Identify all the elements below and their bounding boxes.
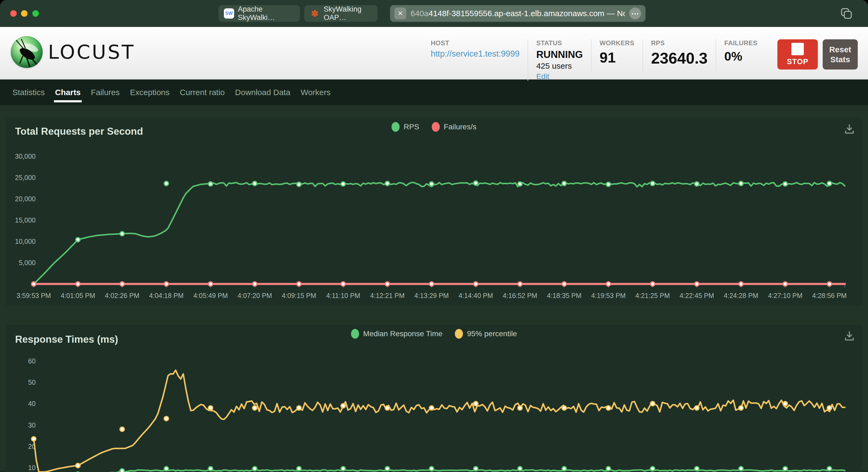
- legend-dot-red-icon: [432, 122, 440, 132]
- legend-label: RPS: [404, 123, 420, 131]
- skywalking-oap-logo-icon: ✽: [310, 8, 320, 19]
- svg-text:3:59:53 PM: 3:59:53 PM: [17, 292, 51, 299]
- stat-workers: WORKERS 91: [591, 39, 643, 72]
- chart-legend: Median Response Time 95% percentile: [351, 329, 517, 339]
- browser-titlebar: SW Apache SkyWalki… ✽ SkyWalking OAP… ✕ …: [0, 0, 868, 27]
- svg-text:4:13:29 PM: 4:13:29 PM: [414, 292, 449, 299]
- failures-value: 0%: [724, 49, 757, 64]
- reset-stats-label-line1: Reset: [823, 44, 858, 55]
- svg-text:4:04:18 PM: 4:04:18 PM: [149, 292, 184, 299]
- stat-failures: FAILURES 0%: [716, 39, 766, 72]
- stop-button[interactable]: STOP: [777, 39, 818, 69]
- tab-statistics[interactable]: Statistics: [12, 79, 45, 105]
- zoom-window-button[interactable]: [32, 10, 39, 17]
- tab-charts[interactable]: Charts: [55, 79, 81, 105]
- tab-overview-icon[interactable]: [840, 7, 853, 20]
- svg-text:4:09:15 PM: 4:09:15 PM: [282, 292, 316, 299]
- svg-text:4:18:35 PM: 4:18:35 PM: [547, 292, 582, 299]
- legend-dot-green-icon: [392, 122, 400, 132]
- download-chart-icon[interactable]: [843, 123, 856, 135]
- header-stats: HOST http://service1.test:9999 STATUS RU…: [423, 27, 858, 81]
- browser-tab-skywalking-oap[interactable]: ✽ SkyWalking OAP…: [304, 5, 378, 22]
- svg-text:4:27:10 PM: 4:27:10 PM: [768, 292, 802, 299]
- close-window-button[interactable]: [10, 10, 17, 17]
- tab-exceptions[interactable]: Exceptions: [130, 79, 170, 105]
- svg-text:5,000: 5,000: [19, 259, 36, 266]
- svg-text:4:02:26 PM: 4:02:26 PM: [105, 292, 140, 299]
- stat-rps-label: RPS: [651, 39, 708, 47]
- legend-dot-yellow-icon: [455, 329, 463, 339]
- tab-label: SkyWalking OAP…: [324, 5, 372, 22]
- rps-value: 23640.3: [651, 49, 708, 67]
- legend-item-95th[interactable]: 95% percentile: [455, 329, 517, 339]
- reset-stats-label-line2: Stats: [823, 55, 858, 65]
- svg-text:30: 30: [28, 422, 36, 429]
- tab-workers[interactable]: Workers: [301, 79, 331, 105]
- svg-text:4:12:21 PM: 4:12:21 PM: [370, 292, 405, 299]
- main-nav: Statistics Charts Failures Exceptions Cu…: [0, 79, 868, 105]
- svg-text:4:01:05 PM: 4:01:05 PM: [61, 292, 95, 299]
- host-link[interactable]: http://service1.test:9999: [431, 49, 520, 59]
- legend-item-median[interactable]: Median Response Time: [351, 329, 442, 339]
- skywalking-logo-icon: SW: [224, 8, 234, 19]
- address-bar[interactable]: ✕ 640a4148f-381559556.ap-east-1.elb.amaz…: [390, 5, 646, 22]
- legend-label: Median Response Time: [363, 330, 442, 338]
- stat-failures-label: FAILURES: [724, 39, 757, 47]
- svg-text:4:05:49 PM: 4:05:49 PM: [193, 292, 228, 299]
- minimize-window-button[interactable]: [21, 10, 28, 17]
- legend-label: Failures/s: [444, 123, 476, 131]
- address-url[interactable]: 640a4148f-381559556.ap-east-1.elb.amazon…: [410, 9, 625, 18]
- status-value: RUNNING: [536, 49, 583, 60]
- header-buttons: STOP Reset Stats: [777, 39, 858, 69]
- brand-title: LOCUST: [48, 41, 135, 63]
- svg-text:4:28:56 PM: 4:28:56 PM: [812, 292, 847, 299]
- stop-button-label: STOP: [787, 57, 808, 66]
- browser-window: SW Apache SkyWalki… ✽ SkyWalking OAP… ✕ …: [0, 0, 868, 472]
- svg-text:60: 60: [28, 357, 36, 365]
- legend-label: 95% percentile: [467, 330, 517, 338]
- legend-item-failures[interactable]: Failures/s: [432, 122, 476, 132]
- stat-rps: RPS 23640.3: [643, 39, 716, 72]
- download-chart-icon[interactable]: [843, 330, 856, 342]
- total-rps-chart[interactable]: 05,00010,00015,00020,00025,00030,0003:59…: [5, 147, 863, 309]
- tab-label: Apache SkyWalki…: [238, 5, 294, 22]
- address-url-suffix: — Not Secure: [604, 9, 625, 18]
- tab-failures[interactable]: Failures: [91, 79, 120, 105]
- legend-item-rps[interactable]: RPS: [392, 122, 420, 132]
- address-url-main: 4148f-381559556.ap-east-1.elb.amazonaws.…: [429, 9, 604, 18]
- workers-value: 91: [600, 49, 634, 66]
- svg-text:10: 10: [28, 464, 36, 471]
- chart-card-total-rps: Total Requests per Second RPS Failures/s…: [5, 118, 863, 306]
- more-options-icon[interactable]: ⋯: [629, 7, 641, 20]
- stat-status: STATUS RUNNING 425 users Edit: [528, 39, 591, 81]
- svg-text:4:21:25 PM: 4:21:25 PM: [636, 292, 670, 299]
- close-tab-icon[interactable]: ✕: [394, 7, 406, 20]
- stat-host: HOST http://service1.test:9999: [423, 39, 528, 72]
- svg-text:4:14:40 PM: 4:14:40 PM: [459, 292, 493, 299]
- svg-text:20,000: 20,000: [15, 195, 36, 203]
- svg-text:4:16:52 PM: 4:16:52 PM: [503, 292, 537, 299]
- tab-download-data[interactable]: Download Data: [235, 79, 290, 105]
- chart-title: Total Requests per Second: [15, 126, 143, 137]
- tab-current-ratio[interactable]: Current ratio: [180, 79, 225, 105]
- svg-text:4:07:20 PM: 4:07:20 PM: [238, 292, 272, 299]
- svg-text:4:22:45 PM: 4:22:45 PM: [679, 292, 714, 299]
- chart-title: Response Times (ms): [15, 334, 118, 345]
- svg-text:15,000: 15,000: [15, 216, 36, 224]
- svg-text:10,000: 10,000: [15, 238, 36, 245]
- response-times-chart[interactable]: 01020304050603:59:53 PM4:01:05 PM4:02:26…: [5, 350, 863, 472]
- svg-text:4:19:53 PM: 4:19:53 PM: [591, 292, 626, 299]
- svg-text:30,000: 30,000: [15, 153, 36, 160]
- chart-card-response-times: Response Times (ms) Median Response Time…: [5, 325, 863, 472]
- legend-dot-green-icon: [351, 329, 359, 339]
- status-users: 425 users: [536, 61, 583, 71]
- stat-status-label: STATUS: [536, 39, 583, 47]
- browser-tab-apache-skywalking[interactable]: SW Apache SkyWalki…: [218, 5, 300, 22]
- svg-text:50: 50: [28, 378, 36, 386]
- charts-page: Total Requests per Second RPS Failures/s…: [0, 105, 868, 471]
- stat-workers-label: WORKERS: [600, 39, 634, 47]
- address-url-dim-prefix: 640a: [410, 9, 429, 18]
- locust-brand: LOCUST: [11, 36, 135, 68]
- reset-stats-button[interactable]: Reset Stats: [823, 39, 858, 69]
- edit-users-link[interactable]: Edit: [536, 72, 549, 81]
